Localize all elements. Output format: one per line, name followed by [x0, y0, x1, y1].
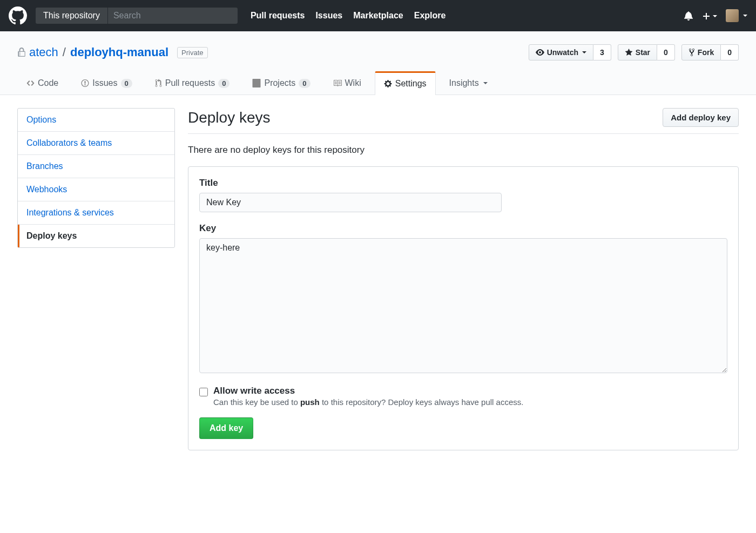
tab-settings[interactable]: Settings — [375, 71, 436, 95]
code-icon — [26, 79, 35, 87]
repo-separator: / — [63, 45, 66, 59]
title-input[interactable] — [199, 193, 502, 212]
star-icon — [625, 48, 633, 57]
tab-pull-requests[interactable]: Pull requests 0 — [146, 71, 239, 95]
visibility-badge: Private — [177, 47, 207, 58]
tab-code[interactable]: Code — [17, 71, 68, 95]
tab-insights[interactable]: Insights — [440, 71, 497, 95]
settings-sidebar: Options Collaborators & teams Branches W… — [17, 108, 175, 450]
add-deploy-key-button[interactable]: Add deploy key — [663, 108, 739, 127]
star-button[interactable]: Star — [618, 44, 657, 60]
issue-icon — [81, 79, 89, 87]
tab-issues[interactable]: Issues 0 — [72, 71, 141, 95]
nav-issues[interactable]: Issues — [315, 11, 342, 21]
create-new-icon[interactable] — [702, 11, 717, 20]
search-scope-label[interactable]: This repository — [36, 8, 107, 24]
page-title: Deploy keys — [188, 109, 271, 126]
title-label: Title — [199, 178, 727, 188]
key-textarea[interactable]: key-here — [199, 238, 727, 373]
main-content: Deploy keys Add deploy key There are no … — [188, 108, 739, 450]
allow-write-description: Can this key be used to push to this rep… — [213, 397, 523, 407]
sidebar-item-collaborators[interactable]: Collaborators & teams — [18, 132, 174, 155]
fork-button[interactable]: Fork — [681, 44, 721, 60]
github-logo-icon[interactable] — [9, 6, 27, 25]
book-icon — [333, 79, 342, 87]
sidebar-item-options[interactable]: Options — [18, 109, 174, 132]
global-header: This repository Pull requests Issues Mar… — [0, 0, 756, 31]
notifications-bell-icon[interactable] — [684, 11, 693, 21]
search-input[interactable] — [108, 8, 238, 24]
pulls-count: 0 — [218, 79, 230, 88]
allow-write-checkbox[interactable] — [199, 388, 208, 396]
deploy-key-form: Title Key key-here Allow write access Ca… — [188, 166, 739, 450]
avatar — [726, 9, 739, 22]
tab-wiki[interactable]: Wiki — [324, 71, 370, 95]
repo-header: atech / deployhq-manual Private Unwatch … — [0, 31, 756, 95]
nav-explore[interactable]: Explore — [414, 11, 446, 21]
empty-state-message: There are no deploy keys for this reposi… — [188, 145, 739, 156]
sidebar-item-deploy-keys: Deploy keys — [18, 225, 174, 247]
lock-icon — [17, 48, 26, 57]
repo-name-link[interactable]: deployhq-manual — [70, 45, 168, 59]
sidebar-item-integrations[interactable]: Integrations & services — [18, 201, 174, 225]
nav-pull-requests[interactable]: Pull requests — [251, 11, 305, 21]
add-key-submit-button[interactable]: Add key — [199, 417, 253, 439]
sidebar-item-webhooks[interactable]: Webhooks — [18, 178, 174, 201]
issues-count: 0 — [121, 79, 132, 88]
eye-icon — [536, 48, 544, 57]
tab-projects[interactable]: Projects 0 — [243, 71, 319, 95]
sidebar-item-branches[interactable]: Branches — [18, 155, 174, 178]
star-count[interactable]: 0 — [657, 44, 675, 60]
repo-owner-link[interactable]: atech — [29, 45, 58, 59]
unwatch-button[interactable]: Unwatch — [529, 44, 593, 60]
gear-icon — [384, 79, 392, 88]
allow-write-label: Allow write access — [213, 386, 523, 396]
project-icon — [252, 79, 261, 87]
user-menu[interactable] — [726, 9, 747, 22]
fork-icon — [688, 48, 695, 57]
watch-count[interactable]: 3 — [593, 44, 611, 60]
projects-count: 0 — [299, 79, 310, 88]
nav-marketplace[interactable]: Marketplace — [353, 11, 403, 21]
pull-request-icon — [155, 79, 162, 87]
key-label: Key — [199, 223, 727, 234]
fork-count[interactable]: 0 — [721, 44, 739, 60]
